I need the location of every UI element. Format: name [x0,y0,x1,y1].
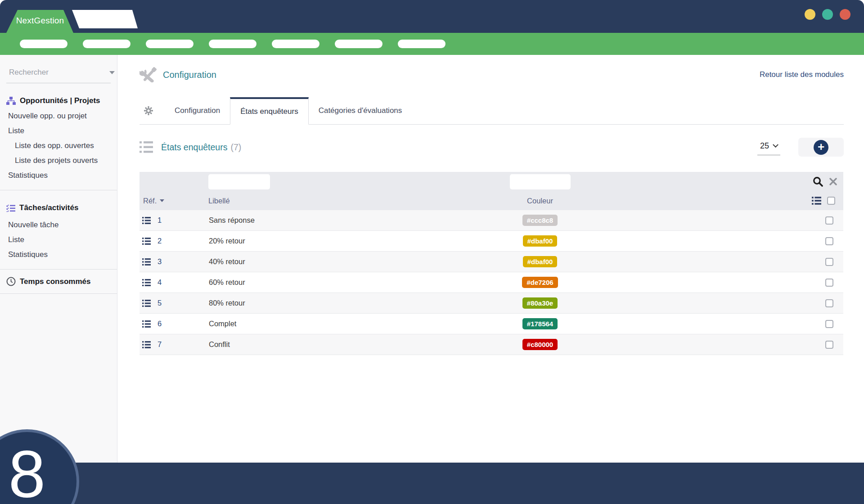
footer-bar [0,463,864,504]
sort-desc-icon [160,199,164,202]
row-checkbox[interactable] [825,341,833,349]
nav-menu-placeholder[interactable] [146,40,194,48]
list-icon[interactable] [812,197,821,205]
row-ref-link[interactable]: 5 [158,299,162,307]
sidebar-item-statistiques-taches[interactable]: Statistiques [0,247,117,262]
table-row: 5 80% retour #80a30e [140,293,843,314]
row-checkbox[interactable] [825,299,833,307]
main-nav-bar [0,33,864,55]
row-label: 60% retour [207,278,466,287]
nav-menu-placeholder[interactable] [398,40,446,48]
nav-menu-placeholder[interactable] [209,40,256,48]
sidebar-item-statistiques-opp[interactable]: Statistiques [0,168,117,183]
row-menu-icon[interactable] [142,238,151,245]
plus-icon: + [814,140,828,155]
tab-etats-enqueteurs[interactable]: États enquêteurs [230,97,309,125]
active-window-tab[interactable] [72,10,138,28]
nav-menu-placeholder[interactable] [83,40,130,48]
chevron-down-icon[interactable] [109,71,115,74]
page-header: Configuration Retour liste des modules [140,67,844,83]
row-ref-link[interactable]: 2 [158,237,162,245]
table-row: 2 20% retour #dbaf00 [140,231,843,252]
row-checkbox[interactable] [825,237,833,245]
gear-icon [144,106,153,115]
table-header-row: Réf. Libellé Couleur [140,191,843,210]
color-badge: #dbaf00 [523,256,558,267]
row-menu-icon[interactable] [142,341,151,348]
sidebar-item-liste-projets-ouverts[interactable]: Liste des projets ouverts [0,153,117,168]
sidebar-section-title: Tâches/activités [19,203,78,212]
row-menu-icon[interactable] [142,217,151,224]
brand-tab: NextGestion [6,10,74,33]
main-content: Configuration Retour liste des modules C… [117,55,864,463]
sidebar-divider [0,190,117,190]
row-menu-icon[interactable] [142,279,151,286]
row-ref-link[interactable]: 3 [158,257,162,266]
sidebar-item-liste-opp-ouvertes[interactable]: Liste des opp. ouvertes [0,138,117,153]
list-title: États enquêteurs [161,142,227,153]
sidebar-item-liste-taches[interactable]: Liste [0,232,117,247]
back-to-modules-link[interactable]: Retour liste des modules [760,70,844,79]
tab-categories-evaluations[interactable]: Catégories d'évaluations [309,97,412,124]
page-size-select[interactable]: 25 [757,140,780,155]
filter-libelle-input[interactable] [208,174,270,189]
search-icon[interactable] [813,176,823,187]
row-ref-link[interactable]: 4 [158,278,162,287]
row-label: 80% retour [207,299,466,307]
color-badge: #c80000 [522,339,558,350]
window-dot-green[interactable] [822,9,833,20]
row-checkbox[interactable] [825,320,833,328]
window-dot-red[interactable] [840,9,850,20]
clock-icon [6,277,16,286]
nav-menu-placeholder[interactable] [272,40,320,48]
row-menu-icon[interactable] [142,300,151,307]
filter-couleur-input[interactable] [510,174,571,189]
row-ref-link[interactable]: 1 [158,216,162,225]
chevron-down-icon [773,142,778,148]
close-icon[interactable] [829,178,837,185]
search-input[interactable] [8,68,109,77]
list-header: États enquêteurs (7) 25 + [140,137,844,158]
color-badge: #80a30e [522,297,558,309]
color-badge: #de7206 [522,277,558,288]
add-button[interactable]: + [798,138,844,157]
tools-icon [140,67,157,82]
list-icon [140,141,153,153]
row-checkbox[interactable] [825,216,833,225]
window-dot-yellow[interactable] [805,9,815,20]
tab-strip: Configuration États enquêteurs Catégorie… [140,97,844,125]
column-header-ref[interactable]: Réf. [140,197,207,205]
row-label: Conflit [207,340,466,349]
row-checkbox[interactable] [825,279,833,287]
table-row: 4 60% retour #de7206 [140,272,843,293]
sidebar-item-liste-opp[interactable]: Liste [0,123,117,138]
page-number: 8 [9,441,45,504]
task-list-icon [6,204,15,212]
row-label: Sans réponse [207,216,466,225]
sidebar-item-nouvelle-opp[interactable]: Nouvelle opp. ou projet [0,108,117,123]
sidebar-section-opportunites[interactable]: Opportunités | Projets [0,96,117,105]
row-menu-icon[interactable] [142,258,151,266]
sidebar-divider [0,269,117,270]
select-all-checkbox[interactable] [827,197,835,205]
sidebar-item-nouvelle-tache[interactable]: Nouvelle tâche [0,217,117,232]
page-size-value: 25 [760,141,769,151]
sidebar-section-temps[interactable]: Temps consommés [0,277,117,286]
color-badge: #dbaf00 [523,235,558,247]
sidebar-divider [0,293,117,294]
row-checkbox[interactable] [825,258,833,266]
table-row: 7 Conflit #c80000 [140,334,843,355]
nav-menu-placeholder[interactable] [335,40,382,48]
column-header-libelle[interactable]: Libellé [207,197,466,205]
row-ref-link[interactable]: 7 [158,340,162,349]
row-menu-icon[interactable] [142,320,151,328]
app-window: NextGestion Opport [0,0,864,504]
tab-configuration[interactable]: Configuration [165,97,230,124]
color-badge: #ccc8c8 [522,215,558,226]
nav-menu-placeholder[interactable] [20,40,68,48]
list-count: (7) [230,142,241,153]
row-ref-link[interactable]: 6 [158,320,162,328]
column-header-couleur[interactable]: Couleur [466,197,614,205]
sidebar-section-taches[interactable]: Tâches/activités [0,203,117,212]
sidebar-section-title: Opportunités | Projets [20,96,100,105]
